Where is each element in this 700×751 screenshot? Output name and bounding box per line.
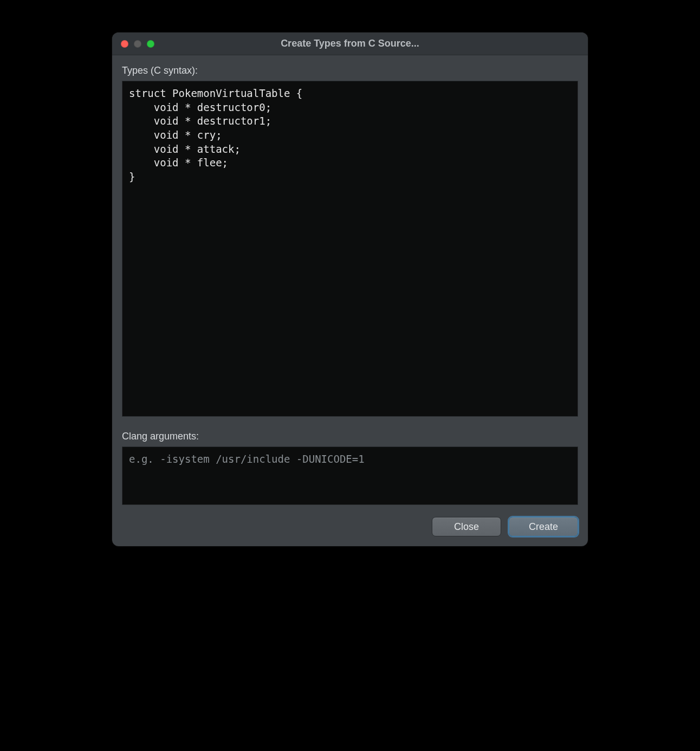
titlebar: Create Types from C Source... <box>112 33 588 55</box>
types-label: Types (C syntax): <box>122 65 578 76</box>
window-close-icon[interactable] <box>121 40 128 48</box>
clang-args-label: Clang arguments: <box>122 431 578 442</box>
button-row: Close Create <box>122 517 578 536</box>
window-minimize-icon <box>134 40 141 48</box>
traffic-lights <box>112 40 154 48</box>
types-input[interactable] <box>122 81 578 417</box>
dialog-content: Types (C syntax): Clang arguments: Close… <box>112 55 588 546</box>
close-button[interactable]: Close <box>432 517 501 536</box>
window-title: Create Types from C Source... <box>112 38 588 49</box>
dialog-window: Create Types from C Source... Types (C s… <box>112 33 588 546</box>
window-zoom-icon[interactable] <box>147 40 154 48</box>
create-button[interactable]: Create <box>509 517 578 536</box>
clang-args-input[interactable] <box>122 446 578 505</box>
